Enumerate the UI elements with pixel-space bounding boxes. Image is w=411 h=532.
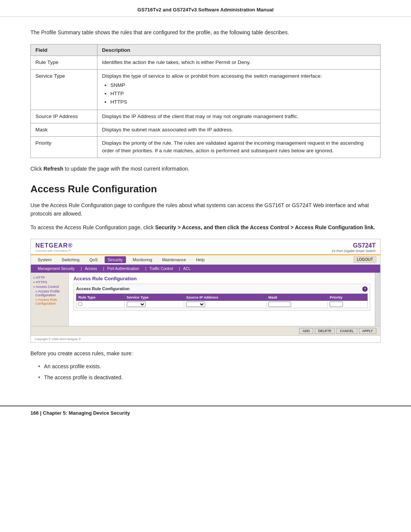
ng-sub-nav: Management Security Access Port Authenti… [31, 265, 380, 273]
table-row: Rule Type Identifies the action the rule… [31, 56, 381, 69]
list-item: HTTPS [110, 98, 376, 106]
header-title: GS716Tv2 and GS724Tv3 Software Administr… [137, 7, 274, 13]
col-description: Description [97, 45, 381, 56]
desc-mask: Displays the subnet mask associated with… [97, 123, 381, 136]
ng-nav-security[interactable]: Security [105, 256, 126, 263]
section-heading: Access Rule Configuration [30, 183, 381, 195]
table-row: Mask Displays the subnet mask associated… [31, 123, 381, 136]
table-row: Source IP Address Displays the IP Addres… [31, 110, 381, 123]
ng-sidebar: » HTTP » HTTPS » Access Control » Access… [31, 273, 69, 326]
ng-sub-traffic[interactable]: Traffic Control [142, 266, 176, 272]
desc-source-ip: Displays the IP Address of the client th… [97, 110, 381, 123]
ng-sub-port-auth[interactable]: Port Authentication [100, 266, 142, 272]
screenshot-box: NETGEAR® Connect with Innovation™ GS724T… [30, 239, 381, 343]
table-row: Service Type Displays the type of servic… [31, 69, 381, 110]
ng-cell-ip [266, 300, 328, 308]
ng-sidebar-http[interactable]: » HTTP [33, 276, 66, 280]
refresh-note: Click Refresh to update the page with th… [30, 166, 381, 172]
field-source-ip: Source IP Address [31, 110, 97, 123]
ng-ip-input[interactable] [268, 302, 291, 307]
field-mask: Mask [31, 123, 97, 136]
ng-device-name: GS724T [331, 242, 376, 249]
ng-th-rule-type: Rule Type [76, 294, 125, 300]
ng-inner-title-text: Access Rule Configuration [76, 286, 130, 292]
ng-nav-system[interactable]: System [35, 256, 55, 263]
ng-device-info: GS724T 24 Port Gigabit Smart Switch [331, 242, 376, 253]
ng-help-icon[interactable]: ? [362, 286, 368, 292]
ng-inner-box: Access Rule Configuration ? Rule Type Se… [73, 284, 370, 311]
content-area: The Profile Summary table shows the rule… [0, 17, 411, 398]
ng-content: » HTTP » HTTPS » Access Control » Access… [31, 273, 380, 326]
refresh-keyword: Refresh [43, 166, 63, 172]
ng-inner-title: Access Rule Configuration ? [76, 286, 368, 292]
ng-cell-select1 [124, 300, 184, 308]
ng-delete-button[interactable]: DELETE [315, 328, 335, 334]
ng-th-service-type: Service Type [124, 294, 184, 300]
ng-sub-mgmt-security[interactable]: Management Security [35, 266, 78, 272]
list-item: SNMP [110, 81, 376, 89]
service-type-text: Displays the type of service to allow or… [102, 73, 322, 79]
ng-table-row [76, 300, 368, 308]
ng-sidebar-https[interactable]: » HTTPS [33, 280, 66, 284]
ng-scrollbar[interactable] [375, 273, 380, 326]
nav-instruction: To access the Access Rule Configuration … [30, 223, 381, 232]
ng-nav-switching[interactable]: Switching [59, 256, 83, 263]
ng-priority-input[interactable] [330, 302, 343, 307]
ng-th-source-ip: Source IP Address [184, 294, 266, 300]
ng-top-bar: NETGEAR® Connect with Innovation™ GS724T… [31, 239, 380, 255]
page-footer: 166 | Chapter 5: Managing Device Securit… [0, 406, 411, 420]
ng-nav-help[interactable]: Help [193, 256, 208, 263]
page-header: GS716Tv2 and GS724Tv3 Software Administr… [0, 0, 411, 17]
ng-sub-access[interactable]: Access [78, 266, 100, 272]
nav-instruction-bold: Security > Access, and then click the Ac… [155, 224, 375, 230]
nav-instruction-plain: To access the Access Rule Configuration … [30, 224, 155, 230]
ng-logo: NETGEAR® Connect with Innovation™ [35, 242, 73, 252]
ng-main-title: Access Rule Configuration [73, 276, 370, 281]
list-item: The access profile is deactivated. [38, 372, 381, 383]
ng-cell-select2 [184, 300, 266, 308]
list-item: An access profile exists. [38, 361, 381, 372]
intro-paragraph: The Profile Summary table shows the rule… [30, 28, 381, 37]
main-bullet-list: An access profile exists. The access pro… [38, 361, 381, 383]
ng-cancel-button[interactable]: CANCEL [336, 328, 357, 334]
desc-rule-type: Identifies the action the rule takes, wh… [97, 56, 381, 69]
ng-logo-sub: Connect with Innovation™ [35, 249, 73, 252]
desc-service-type: Displays the type of service to allow or… [97, 69, 381, 110]
col-field: Field [31, 45, 97, 56]
footer-text: 166 | Chapter 5: Managing Device Securit… [30, 410, 130, 416]
ng-nav-maintenance[interactable]: Maintenance [159, 256, 189, 263]
ng-nav-qos[interactable]: QoS [86, 256, 101, 263]
field-service-type: Service Type [31, 69, 97, 110]
ng-device-desc: 24 Port Gigabit Smart Switch [331, 249, 376, 253]
list-item: HTTP [110, 90, 376, 97]
table-row: Priority Displays the priority of the ru… [31, 137, 381, 158]
ng-config-table: Rule Type Service Type Source IP Address… [76, 294, 368, 308]
description-table: Field Description Rule Type Identifies t… [30, 44, 381, 158]
ng-main-content: Access Rule Configuration Access Rule Co… [69, 273, 375, 326]
desc-priority: Displays the priority of the rule. The r… [97, 137, 381, 158]
ng-sidebar-access-control[interactable]: » Access Control [33, 285, 66, 289]
ng-bottom-bar: ADD DELETE CANCEL APPLY [31, 326, 380, 335]
ng-service-select[interactable] [127, 302, 146, 307]
ng-apply-button[interactable]: APPLY [359, 328, 376, 334]
ng-th-mask: Mask [266, 294, 328, 300]
service-type-list: SNMP HTTP HTTPS [110, 81, 376, 106]
ng-nav-monitoring[interactable]: Monitoring [130, 256, 155, 263]
before-list-text: Before you create access rules, make sur… [30, 350, 381, 356]
ng-nav-bar: System Switching QoS Security Monitoring… [31, 255, 380, 265]
ng-logo-text: NETGEAR® [35, 242, 73, 249]
field-rule-type: Rule Type [31, 56, 97, 69]
ng-add-button[interactable]: ADD [299, 328, 313, 334]
ng-cell-checkbox [76, 300, 125, 308]
ng-copyright: Copyright © 1996-2010 Netgear ® [31, 335, 380, 342]
ng-sub-acl[interactable]: ACL [176, 266, 194, 272]
ng-th-priority: Priority [328, 294, 368, 300]
ng-sidebar-access-profile[interactable]: » Access Profile Configuration [35, 289, 66, 297]
ng-logout-button[interactable]: LOGOUT [354, 256, 376, 263]
ng-checkbox-input[interactable] [78, 302, 82, 306]
ng-sidebar-access-rule[interactable]: » Access Rule Configuration [35, 298, 66, 305]
field-priority: Priority [31, 137, 97, 158]
ng-source-select[interactable] [186, 302, 205, 307]
netgear-ui: NETGEAR® Connect with Innovation™ GS724T… [31, 239, 380, 342]
section-para1: Use the Access Rule Configuration page t… [30, 201, 381, 218]
